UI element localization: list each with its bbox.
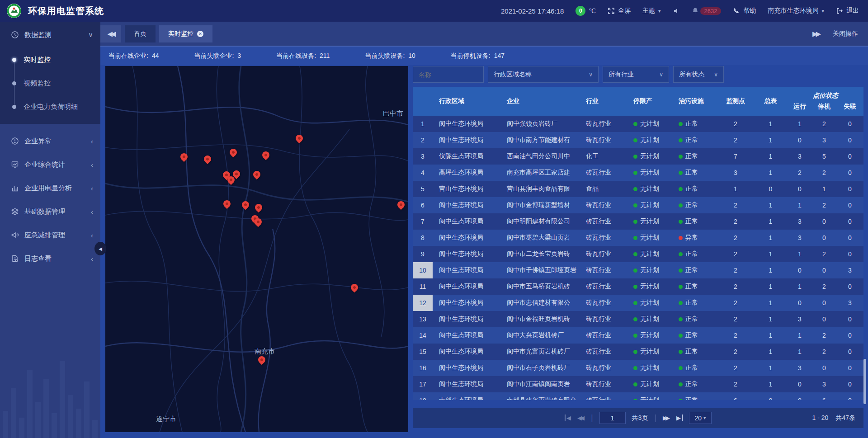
- top-header: 环保用电监管系统 2021-02-25 17:46:18 0 ℃ 全屏 主题 ▾: [0, 0, 868, 22]
- vertical-scrollbar-thumb[interactable]: [863, 359, 866, 404]
- map-pin[interactable]: [241, 200, 251, 210]
- run-count-cell: 1: [788, 120, 812, 127]
- sidebar-group-base-data[interactable]: 基础数据管理 ‹: [0, 200, 100, 223]
- table-row[interactable]: 4高坪生态环境局南充市高坪区王家店建砖瓦行业无计划正常31220: [413, 165, 863, 181]
- industry-filter-select[interactable]: 所有行业 ∨: [603, 66, 669, 83]
- table-row[interactable]: 18南部生态环境局南部县建兴页岩砖有限公砖瓦行业无计划正常60060: [413, 392, 863, 400]
- sidebar-group-data-monitor[interactable]: 数据监测 ∨: [0, 22, 100, 48]
- sidebar-collapse-toggle[interactable]: ◀: [94, 242, 106, 255]
- bullet-icon: [12, 58, 16, 62]
- map-pin[interactable]: [252, 170, 262, 180]
- chevron-left-icon: ‹: [91, 208, 93, 216]
- sidebar-group-company-abnormal[interactable]: 企业异常 ‹: [0, 129, 100, 153]
- tabs-scroll-left-button[interactable]: ◀◀: [100, 25, 121, 42]
- bar-chart-icon: [11, 184, 19, 192]
- status-dot: [633, 236, 637, 240]
- chevron-left-icon: ‹: [91, 231, 93, 239]
- sidebar-item-realtime-monitor[interactable]: 实时监控: [0, 48, 100, 71]
- map-pin[interactable]: [349, 283, 360, 293]
- first-page-button[interactable]: ◀: [565, 414, 571, 421]
- map-pin[interactable]: [179, 152, 189, 162]
- total-meter-cell: 0: [754, 185, 788, 193]
- table-row[interactable]: 9阆中生态环境局阆中市二龙长宝页岩砖砖瓦行业无计划正常21120: [413, 246, 863, 262]
- total-meter-cell: 1: [754, 299, 788, 306]
- tab-realtime-monitor[interactable]: 实时监控 ✕: [159, 25, 212, 42]
- fullscreen-button[interactable]: 全屏: [608, 7, 631, 15]
- map-pin[interactable]: [294, 133, 305, 144]
- table-row[interactable]: 8阆中生态环境局阆中市枣碧大梁山页岩砖瓦行业无计划异常21300: [413, 230, 863, 246]
- table-row[interactable]: 7阆中生态环境局阆中明阳建材有限公司砖瓦行业无计划正常21300: [413, 213, 863, 230]
- region-cell: 阆中生态环境局: [433, 234, 500, 242]
- map-pin[interactable]: [396, 200, 406, 210]
- map-pin[interactable]: [222, 199, 232, 209]
- close-icon[interactable]: ✕: [197, 31, 203, 37]
- last-page-button[interactable]: ▶: [676, 414, 683, 421]
- caret-down-icon: ▾: [821, 8, 824, 14]
- status-dot: [679, 187, 683, 191]
- tab-home[interactable]: 首页: [125, 25, 156, 42]
- name-filter-input[interactable]: [419, 71, 478, 78]
- table-row[interactable]: 10阆中生态环境局阆中市千佛镇五郎垭页岩砖瓦行业无计划正常21003: [413, 262, 863, 278]
- region-filter-select[interactable]: 行政区域名称 ∨: [488, 66, 599, 83]
- run-count-cell: 3: [788, 316, 812, 323]
- status-dot: [633, 317, 637, 321]
- caret-down-icon: ▾: [703, 415, 706, 421]
- sidebar-item-power-load-detail[interactable]: 企业电力负荷明细: [0, 95, 100, 118]
- lost-count-cell: 0: [836, 316, 863, 323]
- table-row[interactable]: 5营山生态环境局营山县润丰肉食品有限食品无计划正常10010: [413, 181, 863, 197]
- table-row[interactable]: 11阆中生态环境局阆中市五马桥页岩机砖砖瓦行业无计划正常21120: [413, 278, 863, 295]
- col-point-status-group: 点位状态 运行 停机 失联: [788, 87, 863, 116]
- facility-cell: 正常: [672, 299, 717, 307]
- map-city-label: 巴中市: [383, 109, 403, 118]
- sidebar-group-company-stats[interactable]: 企业综合统计 ‹: [0, 153, 100, 176]
- table-row[interactable]: 17阆中生态环境局阆中市江南镇阆南页岩砖瓦行业无计划正常21030: [413, 376, 863, 392]
- sidebar-item-video-monitor[interactable]: 视频监控: [0, 71, 100, 95]
- table-row[interactable]: 16阆中生态环境局阆中市石子页岩机砖厂砖瓦行业无计划正常21300: [413, 360, 863, 376]
- monitor-points-cell: 2: [717, 250, 754, 258]
- map-pin[interactable]: [257, 355, 267, 365]
- total-meter-cell: 1: [754, 364, 788, 372]
- map-pin[interactable]: [261, 150, 271, 160]
- sound-button[interactable]: [673, 7, 680, 14]
- industry-cell: 砖瓦行业: [580, 169, 627, 177]
- company-cell: 阆中市江南镇阆南页岩: [500, 380, 580, 388]
- map-pin[interactable]: [203, 154, 213, 165]
- fullscreen-icon: [608, 7, 615, 14]
- page-number-input[interactable]: [599, 412, 626, 424]
- run-count-cell: 3: [788, 218, 812, 225]
- status-dot: [633, 171, 637, 175]
- table-row[interactable]: 6阆中生态环境局阆中市金博瑞新型墙材砖瓦行业无计划正常21120: [413, 197, 863, 213]
- status-dot: [679, 220, 683, 224]
- total-meter-cell: 1: [754, 283, 788, 290]
- organization-menu[interactable]: 南充市生态环境局 ▾: [768, 7, 824, 15]
- map-canvas[interactable]: 巴中市南充市遂宁市: [105, 66, 408, 432]
- tabs-scroll-right-button[interactable]: ▶▶: [812, 30, 821, 38]
- table-row[interactable]: 15阆中生态环境局阆中市光富页岩机砖厂砖瓦行业无计划正常21120: [413, 344, 863, 360]
- sidebar-group-logs[interactable]: 日志查看 ‹: [0, 247, 100, 270]
- table-row[interactable]: 14阆中生态环境局阆中大兴页岩机砖厂砖瓦行业无计划正常21120: [413, 327, 863, 344]
- status-filter-select[interactable]: 所有状态 ∨: [673, 66, 724, 83]
- status-dot: [679, 138, 683, 142]
- sidebar-group-power-analysis[interactable]: 企业用电量分析 ‹: [0, 176, 100, 200]
- theme-menu[interactable]: 主题 ▾: [642, 7, 661, 15]
- monitor-points-cell: 7: [717, 153, 754, 160]
- help-button[interactable]: 帮助: [733, 7, 756, 15]
- sidebar-group-emergency[interactable]: 应急减排管理 ‹: [0, 223, 100, 247]
- region-cell: 南部生态环境局: [433, 396, 500, 400]
- close-operations-button[interactable]: 关闭操作: [833, 30, 858, 38]
- prev-page-button[interactable]: ◀◀: [577, 414, 585, 421]
- logout-button[interactable]: 退出: [836, 7, 859, 15]
- table-row[interactable]: 12阆中生态环境局阆中市忠信建材有限公砖瓦行业无计划正常21003: [413, 295, 863, 311]
- company-cell: 阆中市二龙长宝页岩砖: [500, 250, 580, 258]
- map-pin[interactable]: [254, 203, 264, 213]
- table-row[interactable]: 1阆中生态环境局阆中强锐页岩砖厂砖瓦行业无计划正常21120: [413, 116, 863, 132]
- table-row[interactable]: 3仪陇生态环境局西南油气田分公司川中化工无计划正常71350: [413, 148, 863, 165]
- page-size-select[interactable]: 20 ▾: [689, 412, 712, 424]
- stop-limit-cell: 无计划: [627, 380, 672, 388]
- map-pin[interactable]: [228, 147, 239, 158]
- table-row[interactable]: 2阆中生态环境局阆中市南方节能建材有砖瓦行业无计划正常21030: [413, 132, 863, 148]
- notifications[interactable]: 2632: [692, 7, 722, 15]
- table-row[interactable]: 13阆中生态环境局阆中市金福旺页岩机砖砖瓦行业无计划正常21300: [413, 311, 863, 327]
- halt-count-cell: 2: [812, 250, 836, 258]
- next-page-button[interactable]: ▶▶: [663, 414, 670, 421]
